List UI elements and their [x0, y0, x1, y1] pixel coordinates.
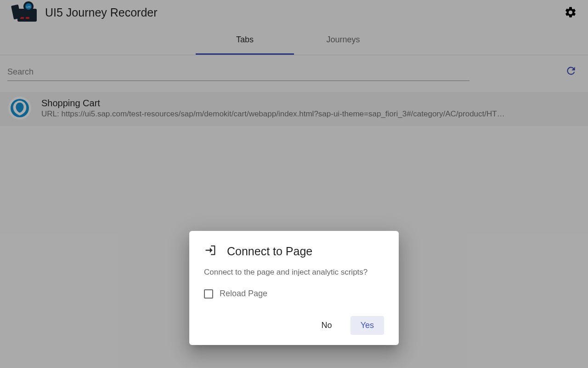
reload-checkbox-row[interactable]: Reload Page	[204, 289, 384, 299]
no-button[interactable]: No	[311, 316, 342, 335]
login-icon	[204, 244, 217, 259]
dialog-title: Connect to Page	[227, 245, 312, 258]
connect-dialog: Connect to Page Connect to the page and …	[189, 231, 399, 345]
dialog-actions: No Yes	[204, 316, 384, 335]
dialog-message: Connect to the page and inject analytic …	[204, 268, 384, 277]
dialog-header: Connect to Page	[204, 244, 384, 259]
yes-button[interactable]: Yes	[351, 316, 384, 335]
reload-checkbox-label: Reload Page	[220, 289, 267, 299]
reload-checkbox[interactable]	[204, 289, 213, 299]
